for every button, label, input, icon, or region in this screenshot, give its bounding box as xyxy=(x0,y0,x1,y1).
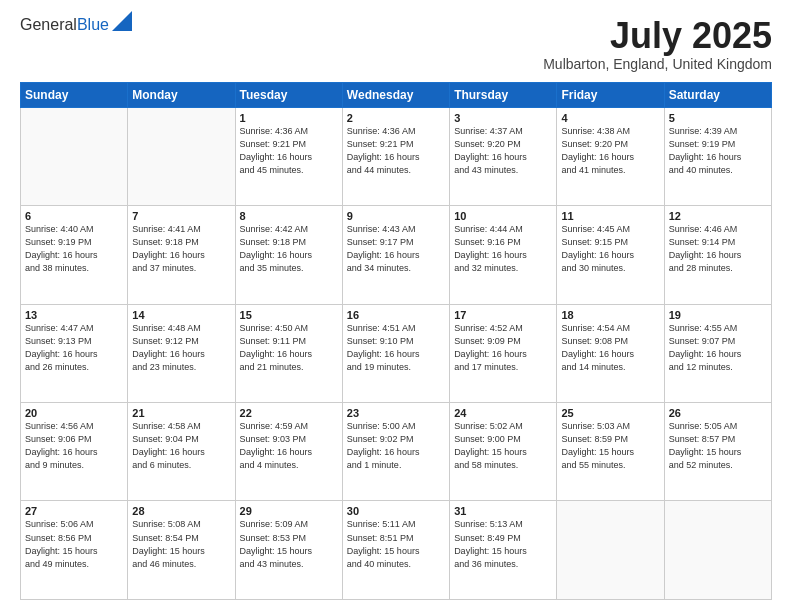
day-info: Sunrise: 4:43 AM Sunset: 9:17 PM Dayligh… xyxy=(347,223,445,275)
day-number: 26 xyxy=(669,407,767,419)
table-row: 23Sunrise: 5:00 AM Sunset: 9:02 PM Dayli… xyxy=(342,403,449,501)
calendar-week-row: 1Sunrise: 4:36 AM Sunset: 9:21 PM Daylig… xyxy=(21,107,772,205)
logo-blue-text: Blue xyxy=(77,16,109,33)
calendar-table: Sunday Monday Tuesday Wednesday Thursday… xyxy=(20,82,772,600)
day-info: Sunrise: 4:45 AM Sunset: 9:15 PM Dayligh… xyxy=(561,223,659,275)
day-number: 29 xyxy=(240,505,338,517)
day-number: 1 xyxy=(240,112,338,124)
day-number: 4 xyxy=(561,112,659,124)
table-row: 3Sunrise: 4:37 AM Sunset: 9:20 PM Daylig… xyxy=(450,107,557,205)
table-row: 27Sunrise: 5:06 AM Sunset: 8:56 PM Dayli… xyxy=(21,501,128,600)
table-row: 21Sunrise: 4:58 AM Sunset: 9:04 PM Dayli… xyxy=(128,403,235,501)
col-tuesday: Tuesday xyxy=(235,82,342,107)
calendar-week-row: 20Sunrise: 4:56 AM Sunset: 9:06 PM Dayli… xyxy=(21,403,772,501)
day-info: Sunrise: 4:59 AM Sunset: 9:03 PM Dayligh… xyxy=(240,420,338,472)
day-info: Sunrise: 4:52 AM Sunset: 9:09 PM Dayligh… xyxy=(454,322,552,374)
day-number: 17 xyxy=(454,309,552,321)
table-row xyxy=(557,501,664,600)
calendar-week-row: 27Sunrise: 5:06 AM Sunset: 8:56 PM Dayli… xyxy=(21,501,772,600)
table-row: 13Sunrise: 4:47 AM Sunset: 9:13 PM Dayli… xyxy=(21,304,128,402)
day-info: Sunrise: 4:58 AM Sunset: 9:04 PM Dayligh… xyxy=(132,420,230,472)
day-info: Sunrise: 4:40 AM Sunset: 9:19 PM Dayligh… xyxy=(25,223,123,275)
table-row xyxy=(128,107,235,205)
table-row: 19Sunrise: 4:55 AM Sunset: 9:07 PM Dayli… xyxy=(664,304,771,402)
table-row: 7Sunrise: 4:41 AM Sunset: 9:18 PM Daylig… xyxy=(128,206,235,304)
day-info: Sunrise: 5:05 AM Sunset: 8:57 PM Dayligh… xyxy=(669,420,767,472)
day-number: 11 xyxy=(561,210,659,222)
day-number: 9 xyxy=(347,210,445,222)
day-number: 5 xyxy=(669,112,767,124)
page: GeneralBlue July 2025 Mulbarton, England… xyxy=(0,0,792,612)
col-thursday: Thursday xyxy=(450,82,557,107)
table-row: 29Sunrise: 5:09 AM Sunset: 8:53 PM Dayli… xyxy=(235,501,342,600)
day-info: Sunrise: 4:56 AM Sunset: 9:06 PM Dayligh… xyxy=(25,420,123,472)
day-number: 12 xyxy=(669,210,767,222)
table-row: 20Sunrise: 4:56 AM Sunset: 9:06 PM Dayli… xyxy=(21,403,128,501)
col-wednesday: Wednesday xyxy=(342,82,449,107)
day-number: 14 xyxy=(132,309,230,321)
day-number: 30 xyxy=(347,505,445,517)
day-info: Sunrise: 4:39 AM Sunset: 9:19 PM Dayligh… xyxy=(669,125,767,177)
table-row: 6Sunrise: 4:40 AM Sunset: 9:19 PM Daylig… xyxy=(21,206,128,304)
table-row: 5Sunrise: 4:39 AM Sunset: 9:19 PM Daylig… xyxy=(664,107,771,205)
day-number: 15 xyxy=(240,309,338,321)
day-number: 21 xyxy=(132,407,230,419)
day-info: Sunrise: 5:00 AM Sunset: 9:02 PM Dayligh… xyxy=(347,420,445,472)
day-number: 2 xyxy=(347,112,445,124)
day-number: 18 xyxy=(561,309,659,321)
header: GeneralBlue July 2025 Mulbarton, England… xyxy=(20,16,772,72)
day-info: Sunrise: 4:46 AM Sunset: 9:14 PM Dayligh… xyxy=(669,223,767,275)
day-number: 8 xyxy=(240,210,338,222)
day-number: 10 xyxy=(454,210,552,222)
table-row: 16Sunrise: 4:51 AM Sunset: 9:10 PM Dayli… xyxy=(342,304,449,402)
day-info: Sunrise: 4:51 AM Sunset: 9:10 PM Dayligh… xyxy=(347,322,445,374)
location: Mulbarton, England, United Kingdom xyxy=(543,56,772,72)
day-number: 13 xyxy=(25,309,123,321)
day-info: Sunrise: 4:47 AM Sunset: 9:13 PM Dayligh… xyxy=(25,322,123,374)
table-row: 9Sunrise: 4:43 AM Sunset: 9:17 PM Daylig… xyxy=(342,206,449,304)
day-info: Sunrise: 4:37 AM Sunset: 9:20 PM Dayligh… xyxy=(454,125,552,177)
day-info: Sunrise: 5:06 AM Sunset: 8:56 PM Dayligh… xyxy=(25,518,123,570)
day-info: Sunrise: 4:36 AM Sunset: 9:21 PM Dayligh… xyxy=(240,125,338,177)
day-info: Sunrise: 4:36 AM Sunset: 9:21 PM Dayligh… xyxy=(347,125,445,177)
table-row: 14Sunrise: 4:48 AM Sunset: 9:12 PM Dayli… xyxy=(128,304,235,402)
day-info: Sunrise: 4:50 AM Sunset: 9:11 PM Dayligh… xyxy=(240,322,338,374)
day-number: 23 xyxy=(347,407,445,419)
col-sunday: Sunday xyxy=(21,82,128,107)
day-info: Sunrise: 5:11 AM Sunset: 8:51 PM Dayligh… xyxy=(347,518,445,570)
day-info: Sunrise: 4:54 AM Sunset: 9:08 PM Dayligh… xyxy=(561,322,659,374)
table-row: 12Sunrise: 4:46 AM Sunset: 9:14 PM Dayli… xyxy=(664,206,771,304)
logo-text: GeneralBlue xyxy=(20,16,132,34)
table-row: 17Sunrise: 4:52 AM Sunset: 9:09 PM Dayli… xyxy=(450,304,557,402)
table-row: 18Sunrise: 4:54 AM Sunset: 9:08 PM Dayli… xyxy=(557,304,664,402)
table-row: 28Sunrise: 5:08 AM Sunset: 8:54 PM Dayli… xyxy=(128,501,235,600)
day-info: Sunrise: 5:03 AM Sunset: 8:59 PM Dayligh… xyxy=(561,420,659,472)
table-row: 30Sunrise: 5:11 AM Sunset: 8:51 PM Dayli… xyxy=(342,501,449,600)
day-info: Sunrise: 4:48 AM Sunset: 9:12 PM Dayligh… xyxy=(132,322,230,374)
day-number: 24 xyxy=(454,407,552,419)
table-row: 1Sunrise: 4:36 AM Sunset: 9:21 PM Daylig… xyxy=(235,107,342,205)
day-info: Sunrise: 4:44 AM Sunset: 9:16 PM Dayligh… xyxy=(454,223,552,275)
table-row: 31Sunrise: 5:13 AM Sunset: 8:49 PM Dayli… xyxy=(450,501,557,600)
day-number: 22 xyxy=(240,407,338,419)
table-row: 10Sunrise: 4:44 AM Sunset: 9:16 PM Dayli… xyxy=(450,206,557,304)
col-monday: Monday xyxy=(128,82,235,107)
table-row: 15Sunrise: 4:50 AM Sunset: 9:11 PM Dayli… xyxy=(235,304,342,402)
day-number: 7 xyxy=(132,210,230,222)
day-info: Sunrise: 4:38 AM Sunset: 9:20 PM Dayligh… xyxy=(561,125,659,177)
day-number: 3 xyxy=(454,112,552,124)
logo-general-text: General xyxy=(20,16,77,33)
day-number: 6 xyxy=(25,210,123,222)
table-row: 2Sunrise: 4:36 AM Sunset: 9:21 PM Daylig… xyxy=(342,107,449,205)
col-saturday: Saturday xyxy=(664,82,771,107)
day-info: Sunrise: 4:55 AM Sunset: 9:07 PM Dayligh… xyxy=(669,322,767,374)
title-block: July 2025 Mulbarton, England, United Kin… xyxy=(543,16,772,72)
logo: GeneralBlue xyxy=(20,16,132,34)
day-info: Sunrise: 5:13 AM Sunset: 8:49 PM Dayligh… xyxy=(454,518,552,570)
header-row: Sunday Monday Tuesday Wednesday Thursday… xyxy=(21,82,772,107)
logo-icon xyxy=(112,11,132,31)
table-row: 26Sunrise: 5:05 AM Sunset: 8:57 PM Dayli… xyxy=(664,403,771,501)
table-row: 22Sunrise: 4:59 AM Sunset: 9:03 PM Dayli… xyxy=(235,403,342,501)
table-row xyxy=(21,107,128,205)
table-row: 24Sunrise: 5:02 AM Sunset: 9:00 PM Dayli… xyxy=(450,403,557,501)
